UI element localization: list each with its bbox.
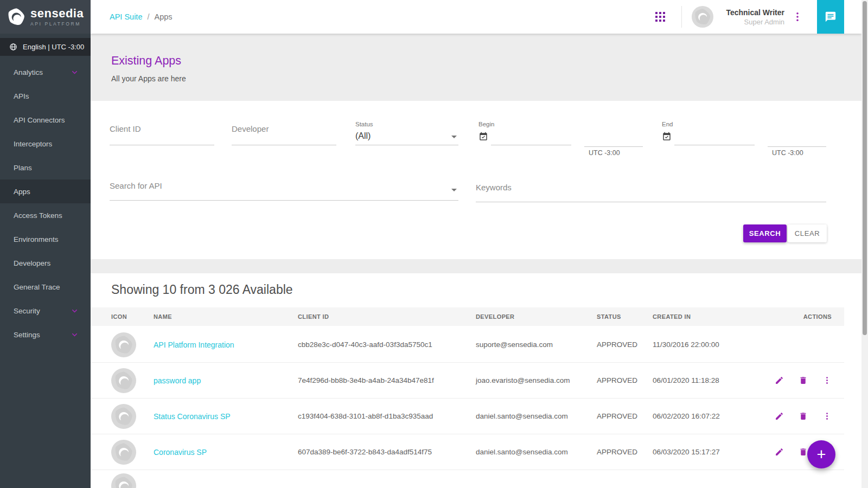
sidebar: sensedia API PLATFORM English | UTC -3:0… [0, 0, 91, 488]
app-name-link[interactable]: API Platform Integration [154, 341, 298, 349]
language-switcher[interactable]: English | UTC -3:00 [0, 38, 91, 56]
brand-subtitle: API PLATFORM [30, 21, 84, 27]
user-info: Technical Writer Super Admin [720, 8, 784, 26]
begin-date-input[interactable] [491, 129, 571, 145]
user-role: Super Admin [720, 18, 784, 26]
begin-utc-label: UTC -3:00 [589, 149, 620, 157]
chat-icon [825, 11, 837, 23]
developer-cell: daniel.santo@sensedia.com [476, 448, 597, 456]
sidebar-item-developers[interactable]: Developers [0, 251, 91, 275]
chevron-down-icon [71, 331, 79, 339]
sidebar-item-plans[interactable]: Plans [0, 156, 91, 179]
end-calendar-icon[interactable] [662, 132, 672, 142]
end-label: End [662, 121, 673, 127]
row-menu-kebab-icon[interactable] [822, 376, 832, 385]
app-name-link[interactable]: Coronavirus SP [154, 448, 298, 457]
end-time-input[interactable] [768, 131, 826, 147]
col-icon: ICON [111, 313, 154, 320]
api-search-input[interactable] [110, 177, 458, 200]
table-row: password app 7e4f296d-bb8b-3e4b-a4ab-24a… [91, 363, 844, 399]
client-id-input[interactable] [110, 117, 214, 145]
breadcrumb-separator: / [147, 12, 149, 21]
chat-button[interactable] [817, 0, 844, 34]
breadcrumb: API Suite / Apps [110, 12, 173, 21]
add-app-button[interactable]: + [807, 440, 835, 468]
brand-name: sensedia [30, 8, 84, 20]
sidebar-item-interceptors[interactable]: Interceptors [0, 132, 91, 156]
app-name-link[interactable]: Status Coronavirus SP [154, 412, 298, 421]
search-button[interactable]: SEARCH [743, 224, 787, 242]
end-utc-label: UTC -3:00 [772, 149, 803, 157]
delete-icon[interactable] [799, 376, 808, 385]
client-id-cell: 607da389-be6f-3722-b843-da4adf514f75 [298, 448, 476, 456]
caret-down-icon [451, 136, 457, 138]
row-menu-kebab-icon[interactable] [822, 412, 832, 421]
section-divider [91, 259, 861, 273]
delete-icon[interactable] [799, 412, 808, 421]
col-created-in: CREATED IN [653, 313, 754, 320]
page-title: Existing Apps [111, 54, 861, 68]
app-icon [111, 368, 136, 393]
col-status: STATUS [597, 313, 653, 320]
sensedia-mark-icon [113, 442, 134, 463]
api-select[interactable] [110, 177, 458, 201]
sidebar-item-apis[interactable]: APIs [0, 84, 91, 108]
sidebar-nav: Analytics APIs API Connectors Intercepto… [0, 56, 91, 346]
table-body: API Platform Integration cbb28e3c-d047-4… [91, 327, 861, 487]
sensedia-mark-icon [113, 370, 134, 391]
sidebar-item-access-tokens[interactable]: Access Tokens [0, 203, 91, 227]
col-developer: DEVELOPER [476, 313, 597, 320]
edit-icon[interactable] [775, 447, 784, 457]
app-icon [111, 332, 136, 357]
table-header: ICON NAME CLIENT ID DEVELOPER STATUS CRE… [91, 307, 844, 326]
brand-logo[interactable]: sensedia API PLATFORM [0, 0, 91, 34]
page-scrollbar[interactable] [861, 0, 868, 488]
created-in-cell: 11/30/2016 22:00:00 [653, 341, 754, 349]
globe-icon [9, 43, 17, 51]
apps-grid-icon[interactable] [655, 12, 665, 22]
begin-time-input[interactable] [584, 131, 643, 147]
topbar: API Suite / Apps Technical Writer Super … [91, 0, 861, 34]
client-id-cell: cbb28e3c-d047-40c3-aafd-03f3da5750c1 [298, 341, 476, 349]
edit-icon[interactable] [775, 376, 784, 385]
app-icon [111, 404, 136, 429]
app-name-link[interactable]: password app [154, 376, 298, 385]
results-panel: Showing 10 from 3 026 Available ICON NAM… [91, 273, 861, 487]
begin-calendar-icon[interactable] [478, 132, 488, 142]
sidebar-item-apps[interactable]: Apps [0, 179, 91, 203]
begin-label: Begin [478, 121, 494, 127]
sidebar-item-general-trace[interactable]: General Trace [0, 275, 91, 299]
scrollbar-thumb[interactable] [863, 1, 867, 335]
developer-input[interactable] [232, 117, 336, 145]
plus-icon: + [817, 447, 826, 463]
sidebar-item-security[interactable]: Security [0, 299, 91, 323]
sidebar-item-settings[interactable]: Settings [0, 323, 91, 346]
status-label: Status [355, 121, 373, 127]
clear-button[interactable]: CLEAR [788, 224, 827, 242]
status-value: (All) [355, 131, 371, 141]
sidebar-item-analytics[interactable]: Analytics [0, 60, 91, 84]
status-cell: APPROVED [597, 376, 653, 384]
avatar[interactable] [692, 6, 713, 28]
status-cell: APPROVED [597, 412, 653, 420]
status-cell: APPROVED [597, 341, 653, 349]
actions-cell [754, 412, 832, 421]
created-in-cell: 06/02/2020 16:07:22 [653, 412, 754, 420]
developer-cell: daniel.santo@sensedia.com [476, 412, 597, 420]
table-row [91, 470, 844, 487]
breadcrumb-current: Apps [154, 12, 172, 21]
status-cell: APPROVED [597, 448, 653, 456]
user-menu-kebab-icon[interactable] [793, 12, 802, 22]
keywords-input[interactable] [476, 178, 826, 202]
status-select[interactable]: (All) [355, 129, 458, 145]
edit-icon[interactable] [775, 412, 784, 421]
sidebar-item-environments[interactable]: Environments [0, 227, 91, 251]
table-row: Status Coronavirus SP c193f404-638d-3101… [91, 399, 844, 434]
breadcrumb-api-suite[interactable]: API Suite [110, 12, 142, 21]
topbar-divider [681, 6, 682, 28]
end-date-input[interactable] [674, 129, 755, 145]
delete-icon[interactable] [799, 447, 808, 457]
table-row: API Platform Integration cbb28e3c-d047-4… [91, 327, 844, 363]
main-area: API Suite / Apps Technical Writer Super … [91, 0, 861, 488]
sidebar-item-api-connectors[interactable]: API Connectors [0, 108, 91, 132]
